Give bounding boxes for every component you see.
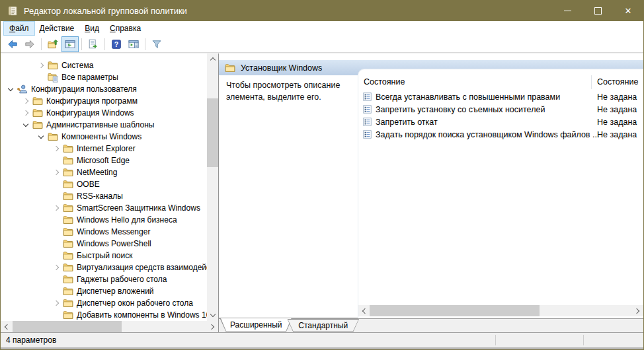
up-one-level-button[interactable] bbox=[45, 37, 61, 52]
toolbar-separator bbox=[145, 38, 145, 50]
tree-item[interactable]: NetMeeting bbox=[1, 166, 207, 178]
column-divider[interactable] bbox=[591, 75, 592, 89]
folder-icon bbox=[63, 274, 73, 285]
scroll-left-button[interactable] bbox=[1, 321, 12, 332]
column-header-setting[interactable]: Состояние bbox=[364, 77, 405, 87]
help-button[interactable] bbox=[108, 37, 124, 52]
scroll-right-button[interactable] bbox=[207, 321, 218, 332]
tree-item[interactable]: OOBE bbox=[1, 178, 207, 190]
folder-icon bbox=[63, 179, 73, 190]
tree-item[interactable]: Система bbox=[1, 59, 207, 71]
close-button[interactable]: ✕ bbox=[613, 1, 643, 21]
chevron-right-icon[interactable] bbox=[21, 99, 30, 103]
policy-rows: Всегда устанавливать с повышенными права… bbox=[358, 90, 643, 141]
menu-справка[interactable]: Справка bbox=[104, 22, 146, 35]
tree-item-label: Административные шаблоны bbox=[46, 120, 154, 129]
status-text: 4 параметров bbox=[6, 335, 56, 345]
tree-item[interactable]: Диспетчер вложений bbox=[1, 285, 207, 297]
chevron-right-icon[interactable] bbox=[52, 170, 61, 174]
tab-стандартный[interactable]: Стандартный bbox=[288, 319, 360, 332]
folder-icon bbox=[48, 131, 58, 142]
scrollbar-thumb[interactable] bbox=[13, 321, 122, 332]
gpedit-window: Редактор локальной групповой политики ✕ … bbox=[0, 0, 644, 350]
view-tabs: РасширенныйСтандартный bbox=[219, 318, 643, 332]
chevron-right-icon[interactable] bbox=[52, 265, 61, 269]
tree-item[interactable]: Internet Explorer bbox=[1, 143, 207, 155]
tree-item[interactable]: Windows Hello для бизнеса bbox=[1, 214, 207, 226]
tree-item[interactable]: Быстрый поиск bbox=[1, 250, 207, 262]
policy-row[interactable]: Запретить откатНе задана bbox=[358, 116, 643, 128]
chevron-down-icon[interactable] bbox=[21, 123, 30, 126]
tree-item[interactable]: Компоненты Windows bbox=[1, 131, 207, 143]
tree-item-label: Конфигурация программ bbox=[46, 96, 138, 106]
column-header-state[interactable]: Состояние bbox=[597, 77, 638, 87]
tree-vertical-scrollbar[interactable] bbox=[207, 53, 218, 321]
chevron-right-icon[interactable] bbox=[52, 147, 61, 151]
maximize-icon bbox=[594, 7, 602, 15]
folder-icon bbox=[63, 298, 73, 308]
toggle-console-tree-button[interactable] bbox=[62, 37, 78, 52]
tab-label: Стандартный bbox=[288, 320, 359, 332]
tree-item[interactable]: Windows Messenger bbox=[1, 226, 207, 238]
tree-item[interactable]: Конфигурация Windows bbox=[1, 107, 207, 119]
chevron-right-icon[interactable] bbox=[21, 111, 30, 115]
policy-name: Всегда устанавливать с повышенными права… bbox=[376, 92, 560, 102]
tree-item-label: Windows Messenger bbox=[77, 227, 150, 236]
tree-item[interactable]: Конфигурация программ bbox=[1, 95, 207, 107]
tree-horizontal-scrollbar[interactable] bbox=[1, 321, 218, 332]
tree-item[interactable]: Диспетчер окон рабочего стола bbox=[1, 297, 207, 309]
tree-item[interactable]: Конфигурация пользователя bbox=[1, 83, 207, 95]
policy-row[interactable]: Запретить установку со съемных носителей… bbox=[358, 103, 643, 116]
toolbar bbox=[1, 36, 643, 53]
policy-row[interactable]: Всегда устанавливать с повышенными права… bbox=[358, 90, 643, 103]
policy-name: Запретить установку со съемных носителей bbox=[376, 105, 545, 114]
menu-вид[interactable]: Вид bbox=[79, 22, 104, 35]
tree-item[interactable]: Добавить компоненты в Windows 10 bbox=[1, 309, 207, 321]
tree-item[interactable]: Административные шаблоны bbox=[1, 119, 207, 131]
folder-icon bbox=[63, 203, 73, 213]
policy-state: Не задана bbox=[597, 130, 637, 139]
scrollbar-thumb[interactable] bbox=[370, 305, 540, 316]
status-divider bbox=[583, 335, 584, 345]
tree-item-label: Windows PowerShell bbox=[77, 239, 151, 248]
scroll-left-button[interactable] bbox=[358, 305, 370, 316]
tab-расширенный[interactable]: Расширенный bbox=[220, 319, 292, 332]
tree-item[interactable]: Виртуализация средств взаимодействия bbox=[1, 262, 207, 273]
chevron-down-icon[interactable] bbox=[6, 88, 15, 90]
menu-действие[interactable]: Действие bbox=[34, 22, 80, 35]
chevron-right-icon[interactable] bbox=[52, 206, 61, 210]
policy-row[interactable]: Задать порядок поиска установщиком Windo… bbox=[358, 128, 643, 141]
status-divider bbox=[495, 335, 496, 345]
tree-item-label: Windows Hello для бизнеса bbox=[77, 215, 177, 225]
minimize-button[interactable] bbox=[552, 1, 583, 21]
tree-item[interactable]: Microsoft Edge bbox=[1, 155, 207, 166]
folder-icon bbox=[63, 191, 73, 201]
toolbar-separator bbox=[81, 38, 82, 50]
chevron-down-icon[interactable] bbox=[36, 135, 46, 138]
tree-item[interactable]: Гаджеты рабочего стола bbox=[1, 273, 207, 285]
folder-icon bbox=[48, 60, 58, 71]
console-tree-panel: СистемаВсе параметрыКонфигурация пользов… bbox=[1, 53, 219, 332]
tree-item[interactable]: SmartScreen Защитника Windows bbox=[1, 202, 207, 214]
list-horizontal-scrollbar[interactable] bbox=[358, 305, 643, 316]
chevron-right-icon[interactable] bbox=[52, 301, 61, 305]
scroll-down-button[interactable] bbox=[207, 310, 218, 321]
export-list-button[interactable] bbox=[85, 37, 101, 52]
back-button[interactable] bbox=[5, 37, 20, 52]
tree-item[interactable]: Все параметры bbox=[1, 71, 207, 83]
maximize-button[interactable] bbox=[583, 1, 613, 21]
forward-button[interactable] bbox=[22, 37, 38, 52]
scroll-up-button[interactable] bbox=[207, 53, 218, 65]
minimize-icon bbox=[564, 11, 571, 11]
tree-item[interactable]: RSS-каналы bbox=[1, 190, 207, 202]
policy-state: Не задана bbox=[597, 118, 637, 127]
tree-item-label: Гаджеты рабочего стола bbox=[77, 275, 167, 284]
tree-item[interactable]: Windows PowerShell bbox=[1, 238, 207, 250]
scrollbar-thumb[interactable] bbox=[207, 98, 218, 167]
scroll-right-button[interactable] bbox=[632, 305, 643, 316]
filter-button[interactable] bbox=[149, 37, 165, 52]
toggle-action-pane-button[interactable] bbox=[126, 37, 141, 52]
menu-файл[interactable]: Файл bbox=[4, 22, 34, 35]
folder-icon bbox=[63, 143, 73, 154]
chevron-right-icon[interactable] bbox=[36, 63, 46, 67]
